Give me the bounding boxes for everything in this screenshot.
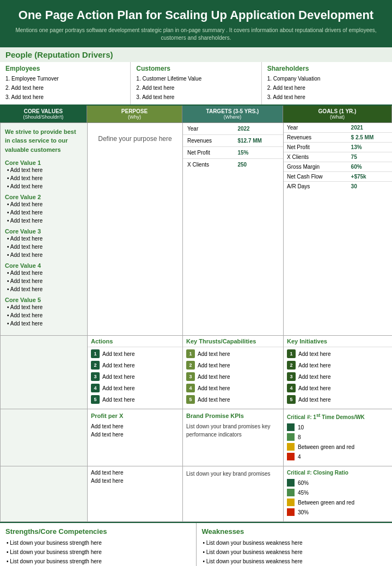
cv1-bullet-2: • Add text here bbox=[5, 174, 83, 182]
demo-bar-3: Between green and red bbox=[287, 443, 389, 451]
goals-table: Year 2021 Revenues $ 2.5 MM Net Profit 1… bbox=[284, 123, 392, 191]
lower-row-bottom: Add text here Add text here List down yo… bbox=[0, 466, 392, 522]
initiative-item-2: 2 Add text here bbox=[287, 361, 389, 370]
actions-row: Actions 1 Add text here 2 Add text here … bbox=[0, 336, 392, 409]
profit-per-x-item-2: Add text here bbox=[91, 432, 179, 438]
core-values-empty bbox=[1, 336, 88, 409]
key-initiatives-list: 1 Add text here 2 Add text here 3 Add te… bbox=[284, 347, 392, 409]
purpose-text: Define your purpose here bbox=[98, 134, 171, 144]
brand-promise-bottom-desc: List down your key brand promises bbox=[186, 470, 280, 478]
customer-item-1: 1. Customer Lifetime Value bbox=[136, 74, 255, 83]
profit-per-x-col: Profit per X Add text here Add text here bbox=[88, 409, 183, 466]
initiative-item-1: 1 Add text here bbox=[287, 349, 389, 358]
cv5-bullet-3: • Add text here bbox=[5, 319, 83, 328]
key-thrusts-label: Key Thrusts/Capabilities bbox=[183, 336, 283, 347]
brand-promise-kpis-desc: List down your brand promises key perfor… bbox=[186, 422, 280, 439]
thrust-item-2: 2 Add text here bbox=[186, 361, 280, 370]
cv1-bullet-3: • Add text here bbox=[5, 182, 83, 190]
customer-item-3: 3. Add text here bbox=[136, 93, 255, 102]
cv4-bullet-3: • Add text here bbox=[5, 285, 83, 293]
closing-bar-3: Between green and red bbox=[287, 499, 389, 506]
action-item-1: 1 Add text here bbox=[91, 349, 179, 358]
shareholders-title: Shareholders bbox=[267, 65, 387, 72]
demo-bar-1: 10 bbox=[287, 423, 389, 431]
customer-item-2: 2. Add text here bbox=[136, 83, 255, 93]
purpose-header: PERPOSE (Why) bbox=[87, 106, 182, 123]
main-col-headers: CORE VALUES (Should/Shouldn't) PERPOSE (… bbox=[0, 106, 392, 123]
closing-bar-1: 60% bbox=[287, 479, 389, 487]
targets-table: Year 2022 Revenues $12.7 MM Net Profit 1… bbox=[183, 123, 283, 170]
strength-item-3: • List down your business strength here bbox=[5, 557, 191, 566]
core-values-intro-cell: We strive to provide best in class servi… bbox=[1, 123, 88, 336]
core-value-2: Core Value 2 • Add text here • Add text … bbox=[5, 194, 83, 225]
core-value-3-title: Core Value 3 bbox=[5, 228, 83, 235]
weakness-item-3: • List down your business weakness here bbox=[202, 557, 387, 566]
target-row-2: Net Profit 15% bbox=[183, 146, 283, 158]
cv5-bullet-1: • Add text here bbox=[5, 303, 83, 311]
page-title: One Page Action Plan for Scaling Up Appl… bbox=[11, 8, 381, 23]
key-initiatives-col: Key Initiatives 1 Add text here 2 Add te… bbox=[284, 336, 392, 409]
employee-item-2: 2. Add text here bbox=[5, 83, 125, 93]
brand-promise-bottom-col: List down your key brand promises bbox=[183, 466, 284, 522]
action-item-3: 3 Add text here bbox=[91, 372, 179, 381]
action-item-2: 2 Add text here bbox=[91, 361, 179, 370]
shareholder-item-1: 1. Company Valuation bbox=[267, 74, 387, 83]
strength-item-1: • List down your business strength here bbox=[5, 538, 191, 547]
demo-bar-4: 4 bbox=[287, 453, 389, 460]
customers-title: Customers bbox=[136, 65, 255, 72]
cv3-bullet-3: • Add text here bbox=[5, 251, 83, 259]
core-value-5-title: Core Value 5 bbox=[5, 297, 83, 303]
brand-promise-kpis-label: Brand Promise KPIs bbox=[186, 413, 280, 419]
goal-row-6: A/R Days 30 bbox=[284, 181, 392, 191]
goals-cell: Year 2021 Revenues $ 2.5 MM Net Profit 1… bbox=[284, 123, 392, 336]
customers-col: Customers 1. Customer Lifetime Value 2. … bbox=[131, 62, 261, 104]
thrust-item-3: 3 Add text here bbox=[186, 372, 280, 381]
target-row-1: Revenues $12.7 MM bbox=[183, 134, 283, 146]
shareholder-item-2: 2. Add text here bbox=[267, 83, 387, 93]
core-values-empty-3 bbox=[1, 466, 88, 522]
actions-label: Actions bbox=[88, 336, 182, 347]
profit-per-x-bottom-item-1: Add text here bbox=[91, 470, 179, 476]
critical-closing-label: Critical #: Closing Ratio bbox=[287, 470, 389, 476]
core-value-2-title: Core Value 2 bbox=[5, 194, 83, 200]
profit-per-x-bottom-item-2: Add text here bbox=[91, 478, 179, 484]
people-section-header: People (Reputation Drivers) bbox=[0, 47, 392, 62]
initiative-item-5: 5 Add text here bbox=[287, 395, 389, 404]
critical-closing-col: Critical #: Closing Ratio 60% 45% Betwee… bbox=[284, 466, 392, 522]
core-value-3: Core Value 3 • Add text here • Add text … bbox=[5, 228, 83, 259]
header-description: Mentions one pager portrays software dev… bbox=[11, 27, 381, 42]
purpose-cell: Define your purpose here bbox=[88, 123, 183, 336]
weakness-item-1: • List down your business weakness here bbox=[202, 538, 387, 547]
main-row-1: We strive to provide best in class servi… bbox=[0, 123, 392, 336]
strength-item-2: • List down your business strength here bbox=[5, 547, 191, 557]
cv3-bullet-2: • Add text here bbox=[5, 243, 83, 251]
goals-header: GOALS (1 YR.) (What) bbox=[283, 106, 392, 123]
targets-header: TARGETS (3-5 YRS.) (Where) bbox=[182, 106, 283, 123]
cv2-bullet-1: • Add text here bbox=[5, 200, 83, 208]
target-row-3: X Clients 250 bbox=[183, 158, 283, 170]
core-value-1-title: Core Value 1 bbox=[5, 159, 83, 166]
action-item-4: 4 Add text here bbox=[91, 384, 179, 392]
thrust-item-4: 4 Add text here bbox=[186, 384, 280, 392]
profit-per-x-bottom-col: Add text here Add text here bbox=[88, 466, 183, 522]
people-row: Employees 1. Employee Turnover 2. Add te… bbox=[0, 62, 392, 106]
thrust-item-1: 1 Add text here bbox=[186, 349, 280, 358]
cv2-bullet-2: • Add text here bbox=[5, 208, 83, 217]
weakness-item-2: • List down your business weakness here bbox=[202, 547, 387, 557]
critical-demos-label: Critical #: 1st Time Demos/WK bbox=[287, 413, 389, 420]
lower-row-top: Profit per X Add text here Add text here… bbox=[0, 409, 392, 466]
goal-row-4: Gross Margin 60% bbox=[284, 162, 392, 171]
cv1-bullet-1: • Add text here bbox=[5, 166, 83, 174]
employee-item-1: 1. Employee Turnover bbox=[5, 74, 125, 83]
core-values-header: CORE VALUES (Should/Shouldn't) bbox=[0, 106, 87, 123]
core-value-4: Core Value 4 • Add text here • Add text … bbox=[5, 262, 83, 293]
cv5-bullet-2: • Add text here bbox=[5, 311, 83, 319]
actions-col: Actions 1 Add text here 2 Add text here … bbox=[88, 336, 183, 409]
key-thrusts-list: 1 Add text here 2 Add text here 3 Add te… bbox=[183, 347, 283, 409]
core-values-empty-2 bbox=[1, 409, 88, 466]
core-value-4-title: Core Value 4 bbox=[5, 262, 83, 269]
targets-cell: Year 2022 Revenues $12.7 MM Net Profit 1… bbox=[183, 123, 284, 336]
core-values-intro-text: We strive to provide best in class servi… bbox=[5, 127, 83, 155]
shareholder-item-3: 3. Add text here bbox=[267, 93, 387, 102]
header: One Page Action Plan for Scaling Up Appl… bbox=[0, 0, 392, 47]
